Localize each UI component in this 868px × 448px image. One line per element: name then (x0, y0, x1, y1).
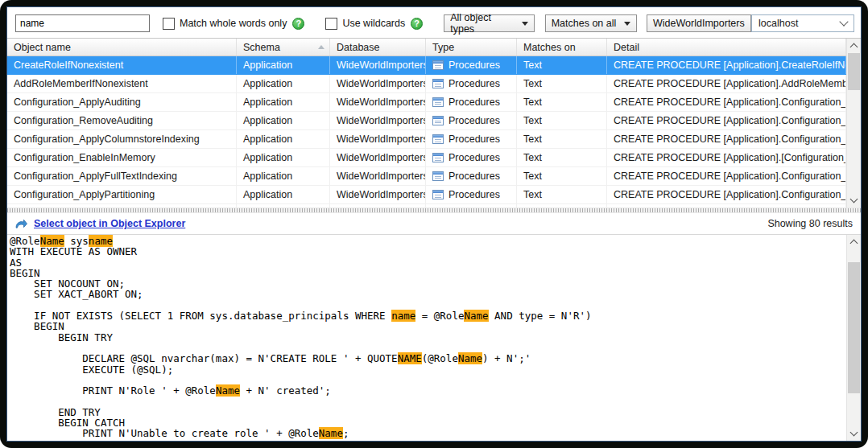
scroll-down-icon[interactable] (847, 427, 861, 440)
cell: Configuration_ApplyColumnstoreIndexing (7, 130, 237, 148)
sort-ascending-icon (318, 45, 324, 49)
cell: WideWorldImporters (330, 93, 426, 111)
cell: Configuration_ApplyFullTextIndexing (7, 167, 237, 185)
procedures-icon (432, 153, 444, 162)
cell: Text (517, 149, 607, 166)
cell: Application (237, 75, 330, 92)
cell: Application (237, 167, 330, 185)
type-cell: Procedures (426, 75, 517, 92)
grid-scrollbar[interactable] (846, 39, 861, 208)
column-header-label: Detail (614, 42, 639, 53)
cell: WideWorldImporters (330, 130, 426, 148)
cell: WideWorldImporters (330, 149, 426, 166)
explorer-bar: Select object in Object Explorer Showing… (7, 213, 861, 235)
cell: Application (237, 149, 330, 166)
cell: WideWorldImporters (330, 167, 426, 185)
grid-main: Object nameSchemaDatabaseTypeMatches onD… (7, 39, 846, 208)
grid-scrollbar-thumb[interactable] (848, 53, 860, 90)
column-header-label: Matches on (523, 42, 576, 53)
matches-on-value: Matches on all (552, 18, 617, 29)
server-combobox[interactable]: localhost (751, 14, 854, 32)
scroll-down-icon[interactable] (847, 194, 861, 207)
results-grid: Object nameSchemaDatabaseTypeMatches onD… (7, 38, 861, 208)
column-header-schema[interactable]: Schema (237, 39, 330, 55)
search-match-highlight: Name (319, 427, 343, 439)
cell: WideWorldImporters (330, 186, 426, 203)
use-wildcards-checkbox[interactable] (325, 18, 337, 30)
search-input[interactable] (15, 14, 150, 32)
database-dropdown[interactable]: WideWorldImporters (647, 14, 751, 32)
database-value: WideWorldImporters (653, 18, 745, 29)
search-match-highlight: name (391, 310, 415, 322)
code-preview-panel: @RoleName sysnameWITH EXECUTE AS OWNERAS… (7, 235, 861, 441)
cell: Application (237, 93, 330, 111)
search-match-highlight: Name (458, 352, 482, 364)
help-icon[interactable]: ? (292, 18, 304, 30)
type-cell: Procedures (426, 186, 517, 203)
object-explorer-icon (14, 218, 28, 230)
grid-header: Object nameSchemaDatabaseTypeMatches onD… (7, 39, 846, 56)
procedures-icon (432, 79, 444, 88)
use-wildcards-group: Use wildcards ? (325, 18, 423, 30)
type-cell: Procedures (426, 167, 517, 185)
column-header-detail[interactable]: Detail (607, 39, 846, 55)
table-row[interactable]: AddRoleMemberIfNonexistentApplicationWid… (7, 75, 846, 93)
cell: Text (517, 167, 607, 185)
table-row[interactable]: Configuration_RemoveAuditingApplicationW… (7, 112, 846, 130)
use-wildcards-label: Use wildcards (342, 18, 405, 29)
cell: CREATE PROCEDURE [Application].Configura… (607, 112, 846, 129)
column-header-database[interactable]: Database (330, 39, 426, 55)
match-whole-words-label: Match whole words only (180, 18, 287, 29)
cell: Configuration_ApplyPartitioning (7, 186, 237, 203)
splitter-handle[interactable] (7, 208, 861, 213)
cell: CREATE PROCEDURE [Application].Configura… (607, 186, 846, 203)
dropdown-arrow-icon (624, 22, 630, 26)
scroll-up-icon[interactable] (847, 39, 861, 52)
scroll-up-icon[interactable] (847, 236, 861, 249)
code-scrollbar[interactable] (846, 235, 861, 441)
help-icon[interactable]: ? (411, 18, 423, 30)
type-cell: Procedures (426, 130, 517, 148)
select-object-link[interactable]: Select object in Object Explorer (34, 218, 185, 229)
table-row[interactable]: Configuration_ApplyFullTextIndexingAppli… (7, 167, 846, 186)
cell: CREATE PROCEDURE [Application].CreateRol… (607, 56, 846, 74)
column-header-label: Schema (243, 42, 280, 53)
matches-on-dropdown[interactable]: Matches on all (545, 14, 637, 32)
cell: Application (237, 130, 330, 148)
type-cell: Procedures (426, 112, 517, 129)
search-match-highlight: Name (464, 310, 488, 322)
cell: Application (237, 112, 330, 129)
cell: Text (517, 112, 607, 129)
procedures-icon (432, 134, 444, 144)
table-row[interactable]: Configuration_ApplyPartitioningApplicati… (7, 186, 846, 204)
cell: Text (517, 130, 607, 148)
cell: CREATE PROCEDURE [Application].Configura… (607, 93, 846, 111)
cell: Text (517, 56, 607, 74)
column-header-matches-on[interactable]: Matches on (517, 39, 607, 55)
cell: Configuration_ApplyAuditing (7, 93, 237, 111)
procedures-icon (432, 60, 444, 70)
type-cell: Procedures (426, 93, 517, 111)
column-header-label: Object name (14, 42, 71, 53)
cell: Configuration_RemoveAuditing (7, 112, 237, 129)
cell: Application (237, 56, 330, 74)
procedures-icon (432, 171, 444, 181)
table-row[interactable]: Configuration_ApplyColumnstoreIndexingAp… (7, 130, 846, 149)
cell: WideWorldImporters (330, 75, 426, 92)
cell: Text (517, 186, 607, 203)
column-header-type[interactable]: Type (426, 39, 517, 55)
search-toolbar: Match whole words only ? Use wildcards ?… (7, 7, 861, 38)
search-match-highlight: NAME (398, 352, 422, 364)
table-row[interactable]: CreateRoleIfNonexistentApplicationWideWo… (7, 56, 846, 75)
object-types-dropdown[interactable]: All object types (444, 14, 534, 32)
code-content: @RoleName sysnameWITH EXECUTE AS OWNERAS… (7, 235, 846, 441)
table-row[interactable]: Configuration_ApplyAuditingApplicationWi… (7, 93, 846, 112)
cell: AddRoleMemberIfNonexistent (7, 75, 237, 92)
procedures-icon (432, 190, 444, 199)
column-header-object-name[interactable]: Object name (7, 39, 237, 55)
table-row[interactable]: Configuration_EnableInMemoryApplicationW… (7, 149, 846, 167)
dropdown-arrow-icon (522, 22, 528, 26)
server-value: localhost (758, 18, 798, 29)
code-scrollbar-thumb[interactable] (848, 262, 860, 393)
match-whole-words-checkbox[interactable] (163, 18, 175, 30)
